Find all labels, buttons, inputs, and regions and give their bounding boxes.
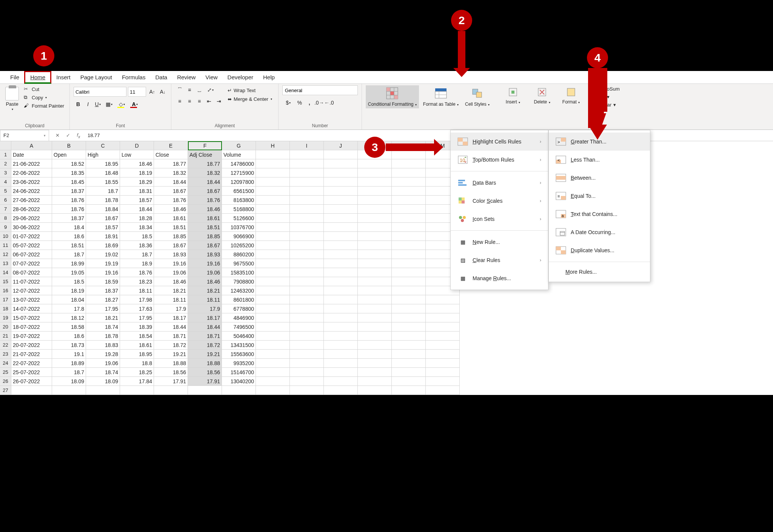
cell[interactable]: Open [52,150,86,159]
cell[interactable] [358,322,392,332]
row-header-3[interactable]: 3 [0,168,11,177]
cell[interactable]: 17.91 [188,377,222,386]
cell[interactable]: 17.91 [154,377,188,386]
cell[interactable] [426,368,460,377]
cell[interactable] [290,168,324,177]
cell[interactable]: 18.44 [188,177,222,187]
menu-clear-rules[interactable]: ▨ Clear Rules › [451,251,548,269]
col-header-H[interactable]: H [256,141,290,150]
cell[interactable] [290,386,324,395]
cell[interactable]: 4846900 [222,313,256,322]
cell[interactable]: Adj Close [188,150,222,159]
cell[interactable] [324,168,358,177]
cell[interactable] [324,322,358,332]
cell[interactable] [358,214,392,223]
cell[interactable] [426,322,460,332]
cell[interactable] [256,159,290,168]
tab-review[interactable]: Review [172,71,200,84]
cell[interactable]: 18.76 [52,205,86,214]
cell[interactable] [256,168,290,177]
cell[interactable]: 18.29 [120,177,154,187]
cell[interactable]: 18.7 [86,187,120,196]
cell[interactable] [392,250,426,259]
cell[interactable] [324,177,358,187]
cell[interactable] [256,386,290,395]
cell[interactable] [392,187,426,196]
cell[interactable]: 18.52 [52,159,86,168]
cell[interactable] [358,168,392,177]
tab-help[interactable]: Help [258,71,280,84]
cell[interactable]: 15146700 [222,368,256,377]
cell[interactable]: 18.77 [188,159,222,168]
cell[interactable]: 18.57 [120,196,154,205]
cell[interactable] [358,368,392,377]
cell[interactable]: 18.74 [86,322,120,332]
cell[interactable]: 18.31 [120,187,154,196]
row-header-1[interactable]: 1 [0,150,11,159]
cell[interactable] [324,259,358,268]
cell[interactable]: 18.17 [188,313,222,322]
fill-color-button[interactable]: ◇▾ [116,100,128,109]
cell[interactable]: 18.6 [52,232,86,241]
increase-font-button[interactable]: A↑ [148,87,157,96]
cell[interactable] [256,322,290,332]
row-header-21[interactable]: 21 [0,332,11,341]
cell[interactable]: 18.67 [188,241,222,250]
cell[interactable]: 5046400 [222,332,256,341]
col-header-D[interactable]: D [120,141,154,150]
cell[interactable]: 6561500 [222,187,256,196]
cell[interactable] [358,295,392,304]
cell[interactable] [290,377,324,386]
cell[interactable]: 19.06 [86,359,120,368]
row-header-18[interactable]: 18 [0,304,11,313]
cell[interactable]: 05-07-2022 [11,241,52,250]
cell[interactable] [256,196,290,205]
cell[interactable]: 18.56 [188,368,222,377]
cell[interactable]: 15835100 [222,268,256,277]
cell[interactable] [324,241,358,250]
cut-button[interactable]: ✂Cut [22,85,66,93]
cell[interactable] [358,196,392,205]
cell[interactable]: 18.93 [154,250,188,259]
cell[interactable]: 11-07-2022 [11,277,52,286]
cell[interactable]: 18.95 [86,159,120,168]
cell[interactable]: 18.91 [86,232,120,241]
cell[interactable]: 18.11 [154,295,188,304]
cell[interactable] [358,286,392,295]
cell[interactable]: 07-07-2022 [11,259,52,268]
cell[interactable]: 18.37 [52,214,86,223]
cell[interactable]: 9675500 [222,259,256,268]
cell[interactable]: 18.85 [154,232,188,241]
cell[interactable]: 20-07-2022 [11,341,52,350]
cell[interactable] [290,259,324,268]
cell[interactable] [358,386,392,395]
menu-icon-sets[interactable]: Icon Sets › [451,210,548,228]
menu-text-contains[interactable]: a Text that Contains... [549,205,650,223]
cell[interactable] [426,313,460,322]
percent-button[interactable]: % [295,98,304,107]
tab-file[interactable]: File [5,71,24,84]
cell[interactable]: 18.74 [86,368,120,377]
cell[interactable] [426,386,460,395]
cell[interactable] [290,177,324,187]
cell[interactable] [324,214,358,223]
cell[interactable]: 18.76 [188,196,222,205]
cell[interactable]: 17.63 [120,304,154,313]
cell[interactable]: 30-06-2022 [11,223,52,232]
font-face-select[interactable] [74,87,126,97]
cell[interactable] [358,377,392,386]
cell[interactable]: 18.23 [120,277,154,286]
cell[interactable] [256,359,290,368]
cell[interactable]: 18.76 [52,196,86,205]
format-cells-button[interactable]: Format ▾ [557,85,585,106]
cell[interactable] [256,177,290,187]
underline-button[interactable]: U▾ [93,100,102,109]
cell[interactable] [324,295,358,304]
name-box[interactable]: F2▾ [0,130,49,141]
cell[interactable]: 12097800 [222,177,256,187]
cell[interactable] [256,286,290,295]
cell[interactable] [358,341,392,350]
cell[interactable] [290,368,324,377]
cell[interactable] [256,205,290,214]
row-header-10[interactable]: 10 [0,232,11,241]
